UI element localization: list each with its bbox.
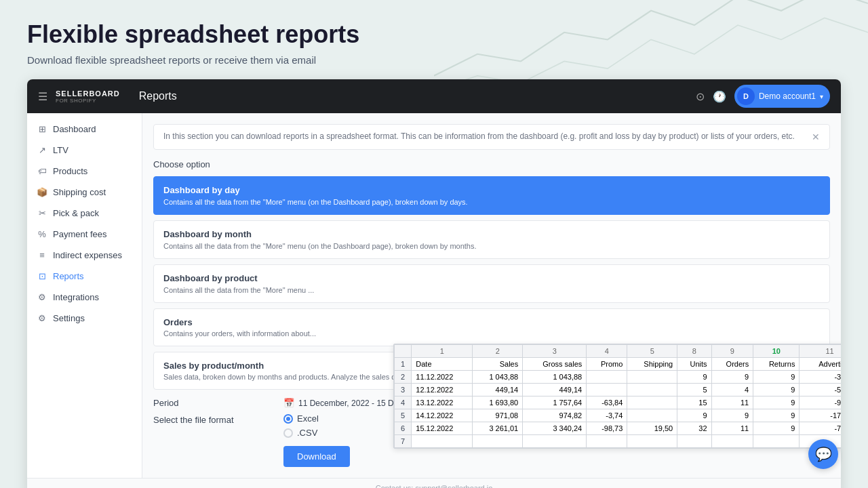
sheet-promo-3 [587,384,627,396]
info-text: In this section you can download reports… [163,131,795,141]
sheet-shipping-5 [627,409,677,422]
sheet-orders-4: 11 [711,396,753,409]
sheet-rownum-2: 2 [395,371,412,384]
sheet-returns-2: 9 [753,371,800,384]
option-desc-dashboard-day: Contains all the data from the "More" me… [163,198,820,206]
sheet-units-6: 32 [677,422,711,435]
sheet-row-5: 5 14.12.2022 971,08 974,82 -3,74 9 9 9 -… [395,409,842,422]
sheet-row-num-header: 1 [395,358,412,371]
option-dashboard-by-day[interactable]: Dashboard by day Contains all the data f… [153,176,830,215]
option-dashboard-by-month[interactable]: Dashboard by month Contains all the data… [153,220,830,259]
sidebar-label-reports: Reports [53,271,84,281]
choose-option-label: Choose option [153,159,830,169]
sheet-promo-2 [587,371,627,384]
sidebar-item-payment-fees[interactable]: % Payment fees [27,224,142,245]
sheet-units-4: 15 [677,396,711,409]
user-name: Demo account1 [759,92,816,101]
sheet-date-4: 13.12.2022 [412,396,473,409]
sheet-orders-6: 11 [711,422,753,435]
sidebar-label-ltv: LTV [53,145,68,155]
hero-subtitle: Download flexible spreadsheet reports or… [27,54,841,66]
sidebar-item-products[interactable]: 🏷 Products [27,161,142,182]
sheet-sales-5: 971,08 [473,409,523,422]
sheet-returns-6: 9 [753,422,800,435]
radio-csv[interactable]: .CSV [283,428,319,438]
sheet-date-2: 11.12.2022 [412,371,473,384]
payment-icon: % [37,229,47,239]
sidebar-item-settings[interactable]: ⚙ Settings [27,308,142,329]
sheet-promo-5: -3,74 [587,409,627,422]
sheet-col-9: 9 [711,345,753,358]
user-badge[interactable]: D Demo account1 ▾ [734,85,830,108]
sidebar-label-payment-fees: Payment fees [53,229,107,239]
sheet-promo-6: -98,73 [587,422,627,435]
sheet-adv-6: -72,45 [800,422,841,435]
sheet-sales-3: 449,14 [473,384,523,396]
sheet-empty-7h [753,435,800,448]
sidebar-item-indirect[interactable]: ≡ Indirect expenses [27,245,142,266]
orders-desc: Contains your orders, with information a… [163,329,820,338]
radio-excel[interactable]: Excel [283,413,319,424]
chat-button[interactable]: 💬 [808,439,838,469]
sidebar-label-indirect: Indirect expenses [53,250,122,260]
sheet-orders-2: 9 [711,371,753,384]
sheet-empty-7 [412,435,473,448]
sheet-gross-3: 449,14 [523,384,587,396]
format-label: Select the file format [153,413,275,425]
sheet-row-4: 4 13.12.2022 1 693,80 1 757,64 -63,84 15… [395,396,842,409]
settings-icon[interactable]: ⊙ [696,90,705,103]
sheet-col-empty [395,345,412,358]
option-desc-dashboard-product: Contains all the data from the "More" me… [163,286,820,294]
sheet-shipping-3 [627,384,677,396]
radio-csv-circle [283,428,293,438]
sidebar-item-integrations[interactable]: ⚙ Integrations [27,287,142,308]
history-icon[interactable]: 🕐 [713,90,726,103]
sheet-row-2: 2 11.12.2022 1 043,88 1 043,88 9 9 9 -39… [395,371,842,384]
sheet-rownum-3: 3 [395,384,412,396]
hamburger-icon[interactable]: ☰ [38,90,47,103]
sheet-cell-orders-header: Orders [711,358,753,371]
sidebar-item-shipping[interactable]: 📦 Shipping cost [27,182,142,203]
download-button[interactable]: Download [283,446,350,467]
ltv-icon: ↗ [37,145,47,155]
sheet-date-6: 15.12.2022 [412,422,473,435]
sidebar-item-reports[interactable]: ⊡ Reports [27,266,142,287]
sheet-cell-units-header: Units [677,358,711,371]
excel-label: Excel [297,413,319,424]
sheet-cell-sales-header: Sales [473,358,523,371]
sheet-empty-7f [677,435,711,448]
avatar: D [737,87,755,105]
sidebar-label-settings: Settings [53,313,85,323]
sheet-adv-2: -39,83 [800,371,841,384]
sheet-shipping-4 [627,396,677,409]
sidebar-item-dashboard[interactable]: ⊞ Dashboard [27,119,142,140]
sidebar-label-pick-pack: Pick & pack [53,208,99,218]
sheet-shipping-2 [627,371,677,384]
sidebar-item-pick-pack[interactable]: ✂ Pick & pack [27,203,142,224]
sheet-date-5: 14.12.2022 [412,409,473,422]
option-desc-dashboard-month: Contains all the data from the "More" me… [163,242,820,250]
sheet-sales-6: 3 261,01 [473,422,523,435]
sheet-units-3: 5 [677,384,711,396]
csv-label: .CSV [297,428,317,438]
sheet-rownum-6: 6 [395,422,412,435]
sheet-gross-4: 1 757,64 [523,396,587,409]
sheet-cell-promo-header: Promo [587,358,627,371]
option-orders[interactable]: Orders Contains your orders, with inform… [153,308,830,346]
sheet-adv-4: -96,36 [800,396,841,409]
app-window: ☰ SELLERBOARD FOR SHOPIFY Reports ⊙ 🕐 D … [27,79,841,488]
sheet-rownum-5: 5 [395,409,412,422]
close-banner-button[interactable]: ✕ [812,131,820,142]
sheet-col-2: 2 [473,345,523,358]
orders-title: Orders [163,317,820,327]
sheet-empty-7b [473,435,523,448]
info-banner: In this section you can download reports… [153,124,830,150]
chat-icon: 💬 [815,446,832,462]
option-dashboard-by-product[interactable]: Dashboard by product Contains all the da… [153,264,830,303]
sidebar-item-ltv[interactable]: ↗ LTV [27,140,142,161]
sheet-units-2: 9 [677,371,711,384]
option-title-dashboard-day: Dashboard by day [163,185,820,195]
sheet-col-numbers: 1 2 3 4 5 8 9 10 11 12 13 [395,345,842,358]
sheet-empty-7e [627,435,677,448]
spreadsheet-table: 1 2 3 4 5 8 9 10 11 12 13 [394,344,841,448]
